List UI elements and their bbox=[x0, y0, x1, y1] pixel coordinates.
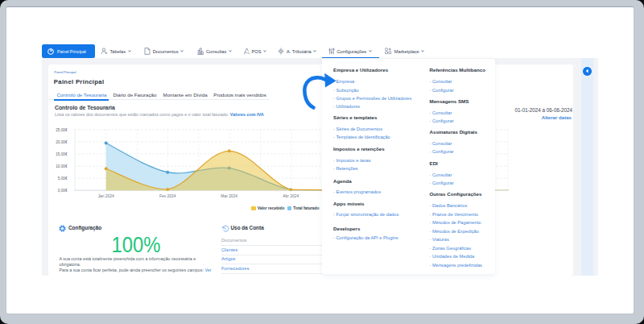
svg-text:Mar 2024: Mar 2024 bbox=[221, 194, 237, 198]
svg-text:5,00€: 5,00€ bbox=[58, 177, 68, 181]
svg-text:0,00€: 0,00€ bbox=[58, 189, 68, 193]
svg-text:Fev 2024: Fev 2024 bbox=[159, 194, 176, 198]
svg-text:25,00€: 25,00€ bbox=[56, 128, 68, 132]
svg-text:Jan 2024: Jan 2024 bbox=[98, 194, 114, 198]
svg-text:10,00€: 10,00€ bbox=[56, 164, 68, 168]
svg-text:15,00€: 15,00€ bbox=[56, 152, 68, 156]
svg-text:20,00€: 20,00€ bbox=[56, 140, 68, 144]
svg-text:Abr 2024: Abr 2024 bbox=[283, 194, 299, 198]
